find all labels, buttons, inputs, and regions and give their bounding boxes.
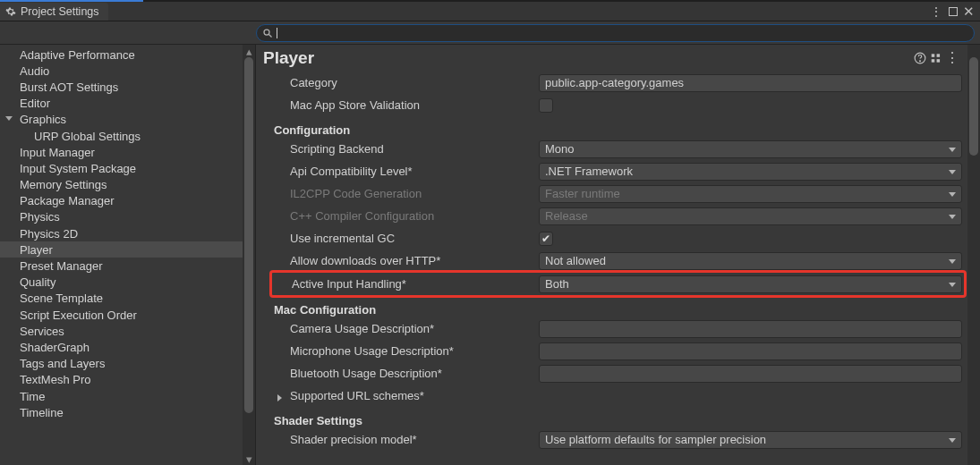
dropdown-shader-precision[interactable]: Use platform defaults for sampler precis…	[539, 431, 962, 449]
label-active-input: Active Input Handling*	[274, 277, 539, 291]
more-icon[interactable]: ⋮	[944, 50, 960, 66]
sidebar-item-tags-and-layers[interactable]: Tags and Layers	[0, 356, 243, 372]
sidebar-item-urp-global-settings[interactable]: URP Global Settings	[0, 128, 243, 144]
sidebar-item-memory-settings[interactable]: Memory Settings	[0, 177, 243, 193]
search-icon	[262, 28, 277, 38]
svg-line-1	[269, 34, 272, 37]
dropdown-active-input[interactable]: Both	[539, 275, 962, 293]
field-il2cpp: IL2CPP Code Generation Faster runtime	[274, 182, 962, 205]
section-shader: Shader Settings	[274, 407, 962, 428]
sidebar-item-burst-aot-settings[interactable]: Burst AOT Settings	[0, 79, 243, 95]
sidebar-item-services[interactable]: Services	[0, 323, 243, 339]
sidebar-item-scene-template[interactable]: Scene Template	[0, 291, 243, 307]
window-maximize-icon[interactable]	[949, 7, 958, 16]
input-mic-desc[interactable]	[539, 342, 962, 360]
sidebar-item-physics-2d[interactable]: Physics 2D	[0, 225, 243, 241]
checkbox-inc-gc[interactable]: ✔	[539, 232, 553, 246]
chevron-down-icon	[949, 438, 956, 443]
field-inc-gc: Use incremental GC ✔	[274, 227, 962, 249]
gear-icon	[5, 6, 16, 17]
window-more-icon[interactable]: ⋮	[930, 5, 943, 18]
titlebar: Project Settings ⋮ ✕	[0, 2, 980, 21]
settings-preset-icon[interactable]	[928, 50, 944, 66]
sidebar-scrollbar[interactable]: ▴ ▾	[243, 45, 255, 465]
input-category[interactable]: public.app-category.games	[539, 74, 962, 92]
dropdown-cpp-compiler: Release	[539, 207, 962, 225]
svg-point-3	[920, 61, 921, 62]
chevron-down-icon	[949, 148, 956, 152]
section-configuration: Configuration	[274, 116, 962, 138]
sidebar: Adaptive PerformanceAudioBurst AOT Setti…	[0, 45, 256, 465]
label-macstore: Mac App Store Validation	[274, 98, 539, 112]
sidebar-item-label: Quality	[20, 275, 55, 289]
scroll-down-icon[interactable]: ▾	[243, 452, 255, 465]
sidebar-item-editor[interactable]: Editor	[0, 96, 243, 112]
search-row	[0, 21, 980, 45]
svg-point-0	[264, 30, 269, 35]
label-scripting-backend: Scripting Backend	[274, 142, 539, 156]
field-http: Allow downloads over HTTP* Not allowed	[274, 249, 962, 272]
sidebar-item-label: Preset Manager	[20, 259, 103, 273]
sidebar-item-quality[interactable]: Quality	[0, 275, 243, 291]
sidebar-item-label: Burst AOT Settings	[20, 80, 118, 94]
chevron-down-icon	[949, 215, 956, 219]
sidebar-item-label: Script Execution Order	[20, 309, 137, 322]
main-panel: Player ⋮ Category public.app-category.ga…	[256, 45, 980, 465]
sidebar-item-input-manager[interactable]: Input Manager	[0, 144, 243, 160]
sidebar-list: Adaptive PerformanceAudioBurst AOT Setti…	[0, 45, 243, 465]
sidebar-item-label: Scene Template	[20, 292, 103, 305]
sidebar-item-physics[interactable]: Physics	[0, 209, 243, 225]
field-scripting-backend: Scripting Backend Mono	[274, 138, 962, 160]
sidebar-item-preset-manager[interactable]: Preset Manager	[0, 258, 243, 274]
checkbox-macstore[interactable]	[539, 98, 553, 113]
window-close-icon[interactable]: ✕	[963, 4, 975, 20]
input-camera-desc[interactable]	[539, 320, 962, 338]
label-shader-precision: Shader precision model*	[274, 433, 539, 446]
chevron-down-icon	[949, 283, 956, 287]
sidebar-item-label: Physics 2D	[20, 227, 78, 241]
sidebar-scroll-thumb[interactable]	[244, 57, 253, 413]
sidebar-item-label: ShaderGraph	[20, 341, 89, 354]
label-mic-desc: Microphone Usage Description*	[274, 344, 539, 358]
sidebar-item-label: Adaptive Performance	[20, 48, 135, 62]
chevron-down-icon	[949, 170, 956, 174]
section-mac-config: Mac Configuration	[274, 296, 962, 317]
sidebar-item-audio[interactable]: Audio	[0, 63, 243, 79]
search-input[interactable]	[277, 27, 968, 39]
field-active-input: Active Input Handling* Both	[269, 270, 967, 298]
sidebar-item-timeline[interactable]: Timeline	[0, 404, 243, 420]
tab-title: Project Settings	[21, 5, 99, 18]
sidebar-item-label: Input System Package	[20, 162, 136, 175]
sidebar-item-textmesh-pro[interactable]: TextMesh Pro	[0, 372, 243, 388]
main-scroll-thumb[interactable]	[969, 57, 978, 156]
dropdown-scripting-backend[interactable]: Mono	[539, 140, 962, 158]
label-bt-desc: Bluetooth Usage Description*	[274, 367, 539, 380]
sidebar-item-input-system-package[interactable]: Input System Package	[0, 160, 243, 176]
help-icon[interactable]	[912, 50, 928, 66]
sidebar-item-script-execution-order[interactable]: Script Execution Order	[0, 307, 243, 323]
sidebar-item-player[interactable]: Player	[0, 241, 243, 258]
input-bt-desc[interactable]	[539, 365, 962, 383]
sidebar-item-time[interactable]: Time	[0, 388, 243, 404]
chevron-down-icon	[949, 192, 956, 197]
label-cpp-compiler: C++ Compiler Configuration	[274, 209, 539, 223]
dropdown-http[interactable]: Not allowed	[539, 252, 962, 270]
main-header: Player ⋮	[256, 45, 967, 72]
search-input-wrapper[interactable]	[256, 24, 975, 42]
sidebar-item-label: Audio	[20, 64, 49, 78]
scroll-up-icon[interactable]: ▴	[243, 45, 255, 57]
svg-rect-6	[937, 54, 941, 57]
sidebar-item-label: TextMesh Pro	[20, 373, 90, 386]
label-camera-desc: Camera Usage Description*	[274, 322, 539, 335]
sidebar-item-package-manager[interactable]: Package Manager	[0, 193, 243, 209]
label-url-schemes[interactable]: Supported URL schemes*	[274, 389, 539, 402]
field-camera-desc: Camera Usage Description*	[274, 317, 962, 340]
sidebar-item-graphics[interactable]: Graphics	[0, 112, 243, 128]
main-scrollbar[interactable]	[967, 45, 980, 465]
sidebar-item-adaptive-performance[interactable]: Adaptive Performance	[0, 46, 243, 63]
dropdown-api-compat[interactable]: .NET Framework	[539, 163, 962, 181]
sidebar-item-shadergraph[interactable]: ShaderGraph	[0, 339, 243, 355]
field-api-compat: Api Compatibility Level* .NET Framework	[274, 160, 962, 182]
field-url-schemes[interactable]: Supported URL schemes*	[274, 385, 962, 407]
window-tab[interactable]: Project Settings	[0, 3, 108, 21]
